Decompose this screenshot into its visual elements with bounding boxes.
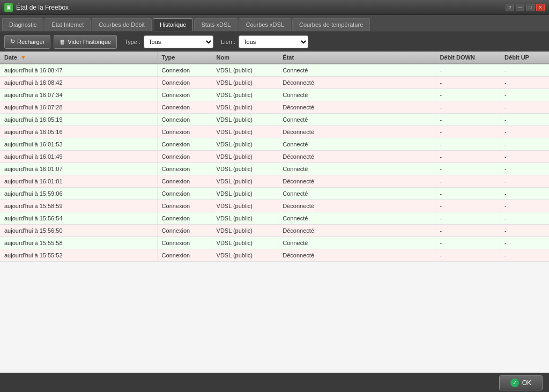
cell-date: aujourd'hui à 16:07:34 <box>0 89 157 101</box>
cell-date: aujourd'hui à 16:08:42 <box>0 77 157 89</box>
type-select[interactable]: Tous Connexion Déconnexion <box>144 35 213 48</box>
cell-type: Connexion <box>157 126 212 138</box>
table-row: aujourd'hui à 16:07:34ConnexionVDSL (pub… <box>0 89 549 101</box>
trash-icon: 🗑 <box>60 39 65 45</box>
cell-debit-up: - <box>500 138 549 151</box>
cell-nom: VDSL (public) <box>212 77 278 89</box>
cell-nom: VDSL (public) <box>212 163 278 175</box>
cell-debit-up: - <box>500 212 549 225</box>
cell-debit-down: - <box>435 237 500 249</box>
col-debit-up[interactable]: Débit UP <box>500 51 549 64</box>
cell-debit-down: - <box>435 77 500 89</box>
cell-type: Connexion <box>157 225 212 237</box>
close-button[interactable]: ✕ <box>536 4 545 11</box>
table-row: aujourd'hui à 15:56:54ConnexionVDSL (pub… <box>0 212 549 225</box>
cell-debit-up: - <box>500 101 549 114</box>
cell-debit-up: - <box>500 225 549 237</box>
table-row: aujourd'hui à 15:56:50ConnexionVDSL (pub… <box>0 225 549 237</box>
cell-date: aujourd'hui à 16:01:49 <box>0 151 157 163</box>
cell-debit-up: - <box>500 163 549 175</box>
col-debit-down[interactable]: Débit DOWN <box>435 51 500 64</box>
cell-etat: Déconnecté <box>278 126 435 138</box>
tab-temperature[interactable]: Courbes de température <box>292 18 370 31</box>
cell-date: aujourd'hui à 15:56:50 <box>0 225 157 237</box>
tab-stats[interactable]: Stats xDSL <box>194 18 238 31</box>
table-row: aujourd'hui à 16:01:53ConnexionVDSL (pub… <box>0 138 549 151</box>
cell-debit-down: - <box>435 126 500 138</box>
cell-debit-up: - <box>500 64 549 77</box>
ok-label: OK <box>522 379 531 387</box>
toolbar: ↻ Recharger 🗑 Vider l'historique Type : … <box>0 32 549 51</box>
cell-debit-down: - <box>435 212 500 225</box>
cell-debit-down: - <box>435 175 500 188</box>
cell-debit-up: - <box>500 126 549 138</box>
cell-type: Connexion <box>157 212 212 225</box>
cell-nom: VDSL (public) <box>212 200 278 212</box>
nav-tabs: Diagnostic État Internet Courbes de Débi… <box>0 15 549 32</box>
cell-type: Connexion <box>157 163 212 175</box>
col-nom[interactable]: Nom <box>212 51 278 64</box>
cell-nom: VDSL (public) <box>212 64 278 77</box>
cell-debit-down: - <box>435 101 500 114</box>
tab-diagnostic[interactable]: Diagnostic <box>2 18 43 31</box>
tab-internet[interactable]: État Internet <box>44 18 91 31</box>
cell-etat: Déconnecté <box>278 175 435 188</box>
maximize-button[interactable]: □ <box>526 4 535 11</box>
table-row: aujourd'hui à 16:05:16ConnexionVDSL (pub… <box>0 126 549 138</box>
table-row: aujourd'hui à 16:01:07ConnexionVDSL (pub… <box>0 163 549 175</box>
ok-button[interactable]: ✓ OK <box>499 375 543 390</box>
minimize-button[interactable]: — <box>516 4 524 11</box>
cell-etat: Connecté <box>278 188 435 200</box>
cell-debit-up: - <box>500 175 549 188</box>
cell-debit-down: - <box>435 151 500 163</box>
ok-icon: ✓ <box>510 379 519 387</box>
cell-debit-up: - <box>500 237 549 249</box>
cell-type: Connexion <box>157 249 212 262</box>
cell-debit-up: - <box>500 114 549 126</box>
cell-nom: VDSL (public) <box>212 237 278 249</box>
cell-date: aujourd'hui à 15:56:54 <box>0 212 157 225</box>
table-row: aujourd'hui à 16:01:01ConnexionVDSL (pub… <box>0 175 549 188</box>
col-type[interactable]: Type <box>157 51 212 64</box>
cell-etat: Déconnecté <box>278 249 435 262</box>
cell-date: aujourd'hui à 16:01:53 <box>0 138 157 151</box>
cell-debit-down: - <box>435 163 500 175</box>
cell-debit-down: - <box>435 249 500 262</box>
cell-date: aujourd'hui à 16:01:01 <box>0 175 157 188</box>
tab-debit[interactable]: Courbes de Débit <box>92 18 152 31</box>
refresh-icon: ↻ <box>10 38 15 45</box>
cell-nom: VDSL (public) <box>212 249 278 262</box>
table-row: aujourd'hui à 15:59:06ConnexionVDSL (pub… <box>0 188 549 200</box>
help-button[interactable]: ? <box>506 4 514 11</box>
app-title: État de la Freebox <box>16 4 69 11</box>
vider-button[interactable]: 🗑 Vider l'historique <box>54 35 117 49</box>
cell-type: Connexion <box>157 151 212 163</box>
recharger-button[interactable]: ↻ Recharger <box>4 35 50 49</box>
app-icon: ▣ <box>4 3 13 12</box>
cell-date: aujourd'hui à 15:55:58 <box>0 237 157 249</box>
cell-etat: Déconnecté <box>278 77 435 89</box>
cell-nom: VDSL (public) <box>212 89 278 101</box>
col-etat[interactable]: État <box>278 51 435 64</box>
cell-etat: Déconnecté <box>278 225 435 237</box>
table-row: aujourd'hui à 16:08:42ConnexionVDSL (pub… <box>0 77 549 89</box>
cell-nom: VDSL (public) <box>212 151 278 163</box>
tab-courbes[interactable]: Courbes xDSL <box>239 18 291 31</box>
tab-historique[interactable]: Historique <box>153 18 194 31</box>
cell-date: aujourd'hui à 16:05:19 <box>0 114 157 126</box>
cell-type: Connexion <box>157 114 212 126</box>
cell-date: aujourd'hui à 16:07:28 <box>0 101 157 114</box>
lien-label: Lien : <box>221 39 235 45</box>
cell-type: Connexion <box>157 237 212 249</box>
cell-debit-down: - <box>435 225 500 237</box>
cell-nom: VDSL (public) <box>212 126 278 138</box>
cell-type: Connexion <box>157 101 212 114</box>
cell-type: Connexion <box>157 188 212 200</box>
cell-nom: VDSL (public) <box>212 138 278 151</box>
cell-nom: VDSL (public) <box>212 212 278 225</box>
col-date[interactable]: Date ▼ <box>0 51 157 64</box>
cell-etat: Connecté <box>278 138 435 151</box>
lien-select[interactable]: Tous VDSL (public) ADSL (public) <box>239 35 308 48</box>
table-row: aujourd'hui à 16:05:19ConnexionVDSL (pub… <box>0 114 549 126</box>
cell-type: Connexion <box>157 89 212 101</box>
